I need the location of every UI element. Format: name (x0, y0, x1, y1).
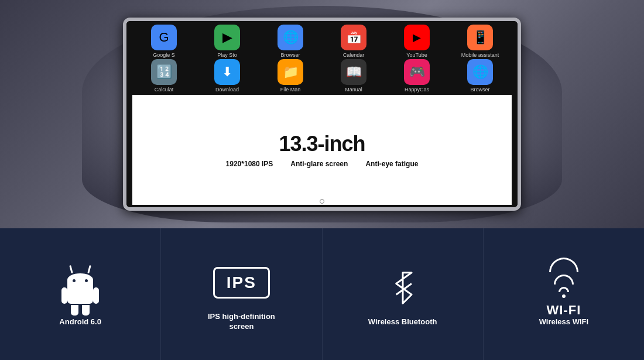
ips-icon: IPS (218, 259, 265, 306)
feature-android: Android 6.0 (0, 228, 161, 360)
power-button[interactable] (320, 199, 324, 204)
app-icon-play: ▶ (214, 25, 240, 50)
app-icon-happycas: 🎮 (404, 59, 430, 85)
feature-label-android: Android 6.0 (59, 317, 101, 327)
device-screen: G Google S ▶ Play Sto 🌐 Browser 📅 Calend… (123, 18, 521, 211)
feature-label-bluetooth: Wireless Bluetooth (368, 317, 437, 327)
bottom-section: Android 6.0 IPS IPS high-definitionscree… (0, 228, 644, 360)
app-icon-files: 📁 (278, 59, 303, 85)
app-label-calc: Calculat (155, 87, 174, 92)
app-label-manual: Manual (345, 87, 362, 92)
app-icon-mobile: 📱 (467, 25, 493, 50)
bluetooth-svg (385, 270, 420, 306)
app-download[interactable]: ⬇ Download (204, 59, 251, 92)
app-icon-manual: 📖 (341, 59, 366, 85)
app-icon-calendar: 📅 (341, 25, 366, 50)
app-play[interactable]: ▶ Play Sto (204, 25, 251, 58)
app-icon-calc: 🔢 (151, 59, 177, 85)
app-icon-download: ⬇ (214, 59, 240, 85)
top-app-row: G Google S ▶ Play Sto 🌐 Browser 📅 Calend… (132, 25, 512, 58)
app-calc[interactable]: 🔢 Calculat (141, 59, 187, 92)
app-youtube[interactable]: ▶ YouTube (393, 25, 440, 58)
app-label-google: Google S (153, 52, 175, 58)
feature-label-ips: IPS high-definitionscreen (208, 312, 275, 332)
app-icon-google: G (151, 25, 177, 50)
app-label-browser: Browser (280, 52, 300, 58)
spec-antiglare: Anti-glare screen (290, 160, 348, 168)
app-icon-browser: 🌐 (278, 25, 303, 50)
wifi-icon: WI-FI (540, 265, 587, 311)
app-icon-browser2: 🌐 (467, 59, 493, 85)
app-google[interactable]: G Google S (141, 25, 187, 58)
screen-content: G Google S ▶ Play Sto 🌐 Browser 📅 Calend… (126, 21, 518, 207)
bluetooth-icon (379, 265, 426, 311)
bottom-app-row: 🔢 Calculat ⬇ Download 📁 File Man 📖 Manua… (132, 59, 512, 92)
app-label-mobile: Mobile assistant (461, 52, 499, 58)
app-browser[interactable]: 🌐 Browser (267, 25, 314, 58)
app-browser2[interactable]: 🌐 Browser (457, 59, 503, 92)
app-label-calendar: Calendar (343, 52, 365, 58)
android-icon (57, 265, 104, 311)
app-label-happycas: HappyCas (405, 87, 429, 92)
ips-box: IPS (213, 267, 270, 299)
app-label-play: Play Sto (217, 52, 237, 58)
app-mobile[interactable]: 📱 Mobile assistant (457, 25, 503, 58)
app-manual[interactable]: 📖 Manual (330, 59, 377, 92)
feature-label-wifi: Wireless WIFI (539, 317, 588, 327)
app-label-download: Download (215, 87, 239, 92)
feature-ips: IPS IPS high-definitionscreen (161, 228, 322, 360)
spec-antifatigue: Anti-eye fatigue (365, 160, 418, 168)
feature-wifi: WI-FI Wireless WIFI (484, 228, 644, 360)
screen-size-label: 13.3-inch (279, 132, 365, 156)
spec-resolution: 1920*1080 IPS (226, 160, 273, 168)
app-icon-youtube: ▶ (404, 25, 430, 50)
feature-bluetooth: Wireless Bluetooth (323, 228, 484, 360)
top-section: G Google S ▶ Play Sto 🌐 Browser 📅 Calend… (0, 0, 644, 228)
app-calendar[interactable]: 📅 Calendar (330, 25, 377, 58)
app-label-files: File Man (280, 87, 301, 92)
screen-info-panel: 13.3-inch 1920*1080 IPS Anti-glare scree… (132, 95, 512, 205)
app-happycas[interactable]: 🎮 HappyCas (393, 59, 440, 92)
headrest: G Google S ▶ Play Sto 🌐 Browser 📅 Calend… (82, 6, 562, 222)
app-files[interactable]: 📁 File Man (267, 59, 314, 92)
screen-specs: 1920*1080 IPS Anti-glare screen Anti-eye… (226, 160, 419, 168)
app-label-youtube: YouTube (406, 52, 427, 58)
app-label-browser2: Browser (470, 87, 489, 92)
